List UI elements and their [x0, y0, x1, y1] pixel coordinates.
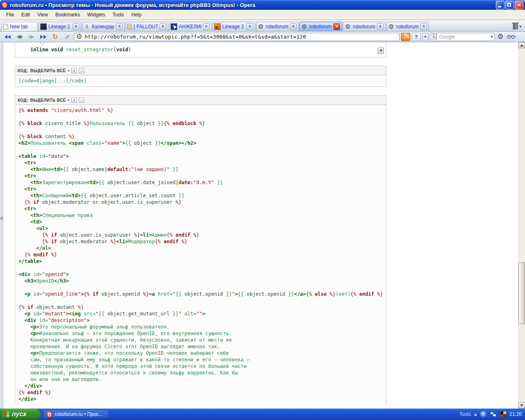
rewind-button[interactable]: [2, 32, 13, 41]
maximize-button[interactable]: [505, 1, 514, 9]
menu-item[interactable]: Edit: [18, 11, 34, 19]
code-line: <p>Изначально эльф — это порождение Open…: [18, 330, 383, 337]
code-line: <p>Предполагается также, что поскольку O…: [18, 350, 383, 356]
edit-mode-button[interactable]: ✎: [62, 32, 72, 41]
quick-preferences-button[interactable]: [496, 33, 504, 41]
address-dropdown-button[interactable]: [422, 33, 428, 41]
trash-icon: [513, 24, 518, 30]
tab[interactable]: [ FALLOUT.RU...X: [126, 22, 168, 31]
panel-splitter[interactable]: [0, 42, 3, 409]
chevron-icon[interactable]: »: [474, 411, 477, 418]
code-header: КОД: ВЫДЕЛИТЬ ВСЁ • + -: [15, 96, 386, 105]
reload-button[interactable]: ↻: [50, 32, 60, 41]
menu-item[interactable]: View: [34, 11, 52, 19]
expand-button[interactable]: +: [71, 68, 77, 73]
new-tab-button[interactable]: New tab: [2, 22, 38, 31]
menu-item[interactable]: Tools: [109, 11, 128, 19]
select-all-link[interactable]: ВЫДЕЛИТЬ ВСЁ: [30, 68, 66, 73]
code-line: <table id="data">: [18, 153, 383, 160]
tab[interactable]: АНЖЕЛИКА - ...X: [169, 22, 212, 31]
site-favicon-gear-icon: [76, 34, 82, 40]
menu-item[interactable]: Bookmarks: [52, 11, 84, 19]
minimize-icon: [498, 6, 501, 7]
tab[interactable]: Lineage 2 Data...X: [212, 22, 255, 31]
rss-button[interactable]: [401, 33, 410, 41]
tab-close-button[interactable]: X: [73, 23, 79, 30]
menu-item[interactable]: File: [2, 11, 18, 19]
code-line: <td>: [18, 219, 383, 225]
url-text[interactable]: http://roboforum.ru/viewtopic.php?f=5&t=…: [84, 34, 306, 40]
code-line: Конкретная инкарнация этой сущности, без…: [18, 337, 383, 343]
menu-item[interactable]: Widgets: [84, 11, 109, 19]
code-line: <th>Специальные права: [18, 212, 383, 219]
taskbar: пуск roboforum.ru • Прос... Tools » 21:2…: [0, 409, 525, 420]
tab[interactable]: roboforum.ru •...X: [343, 22, 386, 31]
tab-close-button[interactable]: X: [247, 23, 253, 30]
opera-icon: [2, 2, 8, 8]
scroll-down-button[interactable]: [518, 402, 525, 409]
scrollbar-thumb[interactable]: [518, 262, 525, 324]
fast-forward-icon: [40, 35, 43, 39]
tray-collapse-button[interactable]: [480, 411, 487, 418]
caret-down-icon: [424, 36, 427, 38]
menu-item[interactable]: Help: [128, 11, 145, 19]
tab[interactable]: roboforum.ru •...X: [299, 22, 342, 31]
close-button[interactable]: ×: [515, 1, 523, 9]
url-field[interactable]: http://roboforum.ru/viewtopic.php?f=5&t=…: [74, 33, 399, 41]
search-dropdown-icon[interactable]: [491, 36, 493, 38]
collapse-button[interactable]: -: [79, 98, 84, 103]
tab-close-button[interactable]: X: [333, 23, 340, 30]
code-line: он или она ни выглядели.: [18, 376, 383, 383]
code-line: <h2>Пользователь <span class="name">{{ o…: [18, 140, 383, 146]
lineage-dark-icon: [40, 23, 47, 30]
collapse-button[interactable]: -: [79, 68, 84, 73]
search-placeholder: Google: [439, 34, 488, 40]
code-line: <tr>: [18, 205, 383, 212]
tab-label: [ FALLOUT.RU...: [134, 24, 158, 30]
help-button[interactable]: ?: [412, 33, 421, 41]
zoom-view-button[interactable]: [506, 33, 517, 41]
fast-forward-button[interactable]: [38, 32, 48, 41]
tab[interactable]: Календарь бе...X: [82, 22, 125, 31]
tab[interactable]: roboforum.ru •...X: [256, 22, 299, 31]
tab-label: roboforum.ru •...: [266, 24, 288, 30]
tab-close-button[interactable]: X: [116, 23, 123, 30]
forward-button[interactable]: [26, 32, 37, 41]
code-line: </ul>: [18, 245, 383, 251]
document-icon: [127, 24, 132, 30]
task-label: roboforum.ru • Прос...: [55, 411, 103, 417]
tab[interactable]: roboforum.ru •...X: [386, 22, 429, 31]
code-line: [18, 284, 383, 291]
windows-logo-icon: [3, 411, 9, 418]
tab-label: roboforum.ru •...: [309, 24, 332, 30]
network-tray-icon[interactable]: [490, 411, 497, 418]
page-viewport: */ inline void reset_integrator(void) КО…: [0, 42, 525, 409]
taskbar-task-button[interactable]: roboforum.ru • Прос...: [43, 410, 109, 419]
fast-forward-icon2: [43, 35, 46, 39]
closed-tabs-trash-button[interactable]: [511, 24, 523, 31]
tab-close-button[interactable]: X: [420, 23, 427, 30]
start-button[interactable]: пуск: [0, 409, 41, 420]
vertical-scrollbar[interactable]: [518, 42, 525, 409]
code-line: {% block cicero_title %}Пользователь {{ …: [18, 120, 383, 127]
tools-toolbar-label[interactable]: Tools: [459, 411, 471, 417]
code-line: inline void reset_integrator(void): [18, 46, 383, 53]
code-line: {% endif %}: [18, 389, 383, 396]
tab-close-button[interactable]: X: [203, 23, 210, 30]
tab-close-button[interactable]: X: [377, 23, 383, 30]
code-line: {% if object.moderator %}<li>Модератор{%…: [18, 238, 383, 245]
tab-close-button[interactable]: X: [290, 23, 297, 30]
back-button[interactable]: [14, 32, 25, 41]
tab-close-button[interactable]: X: [160, 23, 166, 30]
tab[interactable]: Lineage 2 - Ба...X: [39, 22, 81, 31]
select-all-link[interactable]: ВЫДЕЛИТЬ ВСЁ: [30, 98, 66, 103]
minimize-button[interactable]: [496, 1, 504, 9]
code-header: КОД: ВЫДЕЛИТЬ ВСЁ • + -: [15, 66, 386, 75]
scroll-up-button[interactable]: [518, 42, 525, 48]
code-block-2: КОД: ВЫДЕЛИТЬ ВСЁ • + - {% extends "cice…: [15, 95, 386, 404]
menu-bar: FileEditViewBookmarksWidgetsToolsHelp: [0, 10, 525, 20]
expand-button[interactable]: +: [71, 98, 77, 103]
code-scroll-dropdown-button[interactable]: [378, 48, 384, 54]
language-indicator-icon[interactable]: [500, 411, 506, 417]
search-field[interactable]: G Google: [430, 33, 495, 41]
